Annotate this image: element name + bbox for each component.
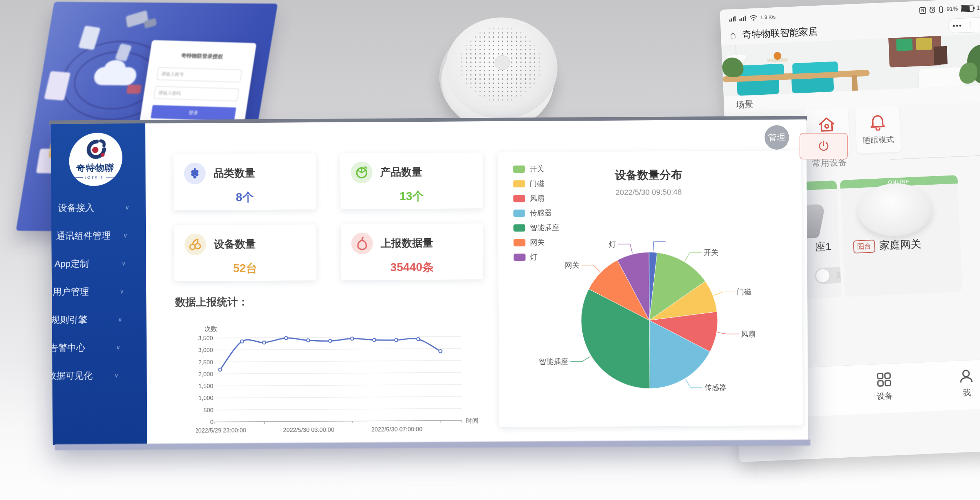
tab-devices[interactable]: 设备 [876,372,893,402]
device-pie-chart[interactable]: 开关门磁风扇传感器智能插座网关灯 [498,151,803,427]
stat-card-categories: 品类数量 8个 [173,154,316,210]
power-icon [818,140,830,152]
sidebar-item-rule-engine[interactable]: 规则引擎∨ [51,305,134,334]
svg-text:2022/5/30 07:00:00: 2022/5/30 07:00:00 [371,426,423,433]
divider [890,154,980,160]
stat-card-products: 产品数量 13个 [340,152,483,209]
svg-text:3,500: 3,500 [198,335,213,341]
speaker-logo [495,55,510,70]
pear-icon [351,233,373,254]
net-speed: 1.9 K/s [760,14,776,20]
sidebar-item-device-access[interactable]: 设备接入∨ [51,194,141,222]
admin-avatar-badge[interactable]: 管理 [765,125,789,150]
alarm-icon [929,6,935,13]
chevron-down-icon: ∨ [125,204,130,211]
logo-name: 奇特物聯 [76,162,115,174]
svg-text:0: 0 [210,419,214,425]
svg-text:2022/5/30 03:00:00: 2022/5/30 03:00:00 [283,427,334,433]
svg-text:1,000: 1,000 [198,395,213,402]
username-input[interactable] [156,67,242,82]
svg-text:2,500: 2,500 [198,359,213,365]
login-card: 奇特物联登录授权 登录 [138,40,256,131]
bell-icon [869,114,886,131]
dashboard-main: 品类数量 8个 产品数量 13个 [145,119,808,444]
svg-text:灯: 灯 [609,240,616,248]
svg-text:开关: 开关 [704,248,718,256]
grid-icon [876,372,892,388]
stat-value: 13个 [351,188,472,205]
chevron-down-icon: ∨ [118,316,123,323]
admin-dashboard: 奇特物聯 IOTKIT 设备接入∨ 通讯组件管理∨ App定制∨ 用户管理∨ 规… [51,119,808,445]
stat-title: 上报数据量 [380,236,433,250]
lime-icon [351,162,372,183]
svg-text:2022/5/29 23:00:00: 2022/5/29 23:00:00 [196,427,246,434]
battery-percent: 91% [947,6,958,12]
stat-card-report-volume: 上报数据量 35440条 [340,224,484,280]
signal-icon [729,16,737,22]
tab-label: 我 [963,387,971,398]
stat-title: 设备数量 [214,237,256,252]
room-tag-badge: 阳台 [853,240,875,254]
more-menu-icon[interactable]: ••• [952,21,962,30]
logo-subtitle: IOTKIT [75,175,114,180]
stat-card-devices: 设备数量 52台 [174,224,317,281]
home-icon[interactable]: ⌂ [730,29,736,41]
tab-me[interactable]: 我 [958,368,975,398]
svg-text:智能插座: 智能插座 [539,357,568,366]
signal-icon [739,15,747,21]
gateway-image [857,182,933,237]
sidebar-item-alert-center[interactable]: 告警中心∨ [51,333,132,362]
clock-time: 12:08 [977,4,980,11]
sidebar-menu: 设备接入∨ 通讯组件管理∨ App定制∨ 用户管理∨ 规则引擎∨ 告警中心∨ 数… [51,194,141,390]
sidebar-item-app-custom[interactable]: App定制∨ [51,249,137,278]
chevron-down-icon: ∨ [119,288,124,295]
svg-text:风扇: 风扇 [741,330,756,338]
scene-section-label: 场景 [735,98,753,111]
chevron-down-icon: ∨ [121,260,126,267]
device-card-gateway[interactable]: ONLINE 阳台 家庭网关 [840,175,963,297]
wifi-icon [749,15,757,21]
password-input[interactable] [154,86,239,101]
pie-card: 设备数量分布 2022/5/30 09:50:48 开关门磁风扇传感器智能插座网… [498,151,803,427]
svg-text:500: 500 [204,406,213,413]
mode-card-sleep[interactable]: 睡眠模式 [855,106,901,154]
svg-text:2,000: 2,000 [198,371,213,378]
grapes-icon [184,163,206,184]
svg-text:1,500: 1,500 [198,383,213,389]
svg-text:门磁: 门磁 [737,288,751,296]
stat-value: 35440条 [352,259,473,276]
svg-text:时间: 时间 [466,417,479,424]
tab-label: 设备 [877,390,893,402]
toggle-knob [816,269,830,283]
device-toggle[interactable]: 关 [814,267,842,284]
svg-text:3,000: 3,000 [198,347,213,354]
logo-icon [84,140,108,161]
smart-speaker-image [444,17,560,124]
cherries-icon [184,233,206,255]
login-button[interactable]: 登录 [151,105,236,121]
device-name: 家庭网关 [879,237,921,253]
report-heading: 数据上报统计： [175,295,248,310]
chevron-down-icon: ∨ [114,372,119,379]
app-title: 奇特物联智能家居 [742,25,818,41]
toggle-state: 关 [835,270,842,281]
sidebar-item-data-visualization[interactable]: 数据可见化∨ [51,361,130,390]
device-name: 座1 [815,240,831,254]
svg-text:网关: 网关 [565,261,579,269]
stat-title: 品类数量 [213,166,255,181]
house-icon [818,116,836,133]
svg-text:次数: 次数 [205,325,217,333]
sidebar-item-comm-components[interactable]: 通讯组件管理∨ [51,221,139,250]
chevron-down-icon: ∨ [116,344,121,351]
stat-title: 产品数量 [380,165,422,180]
power-button[interactable] [800,133,848,159]
person-icon [958,368,974,384]
sidebar: 奇特物聯 IOTKIT 设备接入∨ 通讯组件管理∨ App定制∨ 用户管理∨ 规… [51,124,147,445]
svg-text:传感器: 传感器 [705,383,726,391]
scene: 奇特物联登录授权 登录 1.9 K/s N 91% [0,0,980,500]
report-line-chart: 次数05001,0001,5002,0002,5003,0003,500时间20… [196,322,490,441]
stat-value: 8个 [184,189,305,206]
sidebar-item-user-mgmt[interactable]: 用户管理∨ [51,277,135,306]
stat-value: 52台 [185,260,306,276]
logo: 奇特物聯 IOTKIT [67,133,124,186]
